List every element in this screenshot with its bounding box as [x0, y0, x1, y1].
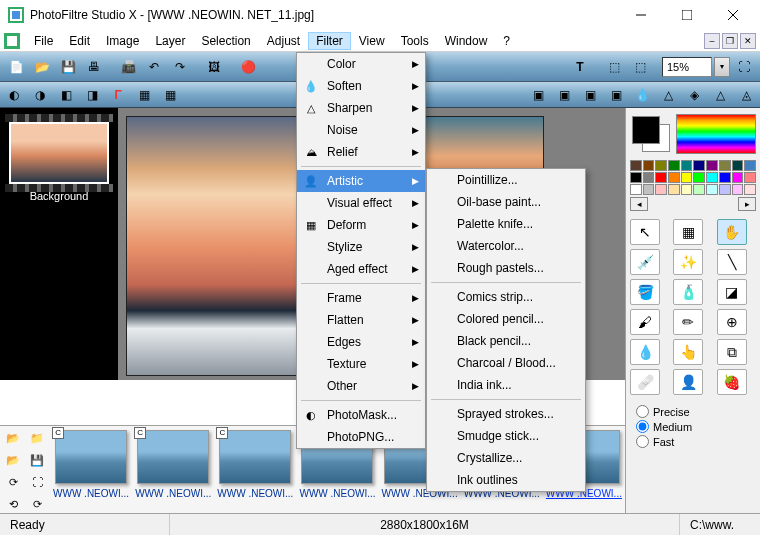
hand-tool[interactable]: ✋	[717, 219, 747, 245]
palette-swatch[interactable]	[732, 172, 744, 183]
artistic-menu-black-pencil-[interactable]: Black pencil...	[427, 330, 585, 352]
maximize-button[interactable]	[664, 0, 710, 30]
menu-tools[interactable]: Tools	[393, 32, 437, 50]
color-spectrum[interactable]	[676, 114, 756, 154]
palette-swatch[interactable]	[630, 172, 642, 183]
pointer-tool[interactable]: ↖	[630, 219, 660, 245]
palette-swatch[interactable]	[655, 172, 667, 183]
artistic-menu-pointillize-[interactable]: Pointillize...	[427, 169, 585, 191]
palette-swatch[interactable]	[668, 160, 680, 171]
filter-menu-deform[interactable]: ▦Deform▶	[297, 214, 425, 236]
menu-image[interactable]: Image	[98, 32, 147, 50]
filter-menu-soften[interactable]: 💧Soften▶	[297, 75, 425, 97]
spray-tool[interactable]: 🧴	[673, 279, 703, 305]
menu-layer[interactable]: Layer	[147, 32, 193, 50]
palette-swatch[interactable]	[630, 160, 642, 171]
quality-option-medium[interactable]: Medium	[636, 420, 756, 433]
text-tool-button[interactable]: T	[568, 55, 592, 79]
artistic-menu-colored-pencil-[interactable]: Colored pencil...	[427, 308, 585, 330]
artistic-menu-charcoal-blood-[interactable]: Charcoal / Blood...	[427, 352, 585, 374]
filter-menu-relief[interactable]: ⛰Relief▶	[297, 141, 425, 163]
menu-filter[interactable]: Filter	[308, 32, 351, 50]
artistic-menu-crystallize-[interactable]: Crystallize...	[427, 447, 585, 469]
palette-swatch[interactable]	[719, 172, 731, 183]
blur-tool[interactable]: 💧	[630, 339, 660, 365]
palette-swatch[interactable]	[643, 184, 655, 195]
palette-swatch[interactable]	[719, 184, 731, 195]
zoom-field[interactable]: 15%	[662, 57, 712, 77]
tool2-gamma[interactable]: Γ	[108, 86, 128, 104]
scan-button[interactable]: 📠	[116, 55, 140, 79]
palette-swatch[interactable]	[643, 160, 655, 171]
thumb-tool-f[interactable]: ⛶	[26, 472, 48, 492]
palette-swatch[interactable]	[655, 160, 667, 171]
retouch-tool[interactable]: 🩹	[630, 369, 660, 395]
redo-button[interactable]: ↷	[168, 55, 192, 79]
thumb-tool-c[interactable]: 📂	[2, 450, 24, 470]
thumb-tool-b[interactable]: 📁	[26, 428, 48, 448]
mdi-close-button[interactable]: ✕	[740, 33, 756, 49]
palette-swatch[interactable]	[655, 184, 667, 195]
filter-menu-frame[interactable]: Frame▶	[297, 287, 425, 309]
tool2-j[interactable]: ▣	[606, 86, 626, 104]
fg-bg-swatches[interactable]	[630, 114, 672, 154]
menu-file[interactable]: File	[26, 32, 61, 50]
filter-menu-noise[interactable]: Noise▶	[297, 119, 425, 141]
artistic-menu-india-ink-[interactable]: India ink...	[427, 374, 585, 396]
filter-menu-photopng-[interactable]: PhotoPNG...	[297, 426, 425, 448]
palette-swatch[interactable]	[744, 184, 756, 195]
palette-swatch[interactable]	[732, 160, 744, 171]
art-tool[interactable]: 🍓	[717, 369, 747, 395]
palette-swatch[interactable]	[706, 160, 718, 171]
color-palette[interactable]	[630, 160, 756, 195]
filter-menu-flatten[interactable]: Flatten▶	[297, 309, 425, 331]
smudge-tool[interactable]: 👆	[673, 339, 703, 365]
menu-edit[interactable]: Edit	[61, 32, 98, 50]
mdi-restore-button[interactable]: ❐	[722, 33, 738, 49]
artistic-menu-rough-pastels-[interactable]: Rough pastels...	[427, 257, 585, 279]
thumb-tool-g[interactable]: ⟲	[2, 494, 24, 514]
artistic-menu-sprayed-strokes-[interactable]: Sprayed strokes...	[427, 403, 585, 425]
palette-swatch[interactable]	[719, 160, 731, 171]
fill-tool[interactable]: 🪣	[630, 279, 660, 305]
new-button[interactable]: 📄	[4, 55, 28, 79]
filter-menu-other[interactable]: Other▶	[297, 375, 425, 397]
quality-option-fast[interactable]: Fast	[636, 435, 756, 448]
tool2-m[interactable]: ◬	[736, 86, 756, 104]
stamp-tool[interactable]: ⊕	[717, 309, 747, 335]
palette-swatch[interactable]	[681, 184, 693, 195]
tool2-sharp[interactable]: △	[658, 86, 678, 104]
tool2-b[interactable]: ◑	[30, 86, 50, 104]
thumbnail-item[interactable]: CWWW .NEOWI...	[134, 430, 212, 513]
artistic-menu-ink-outlines[interactable]: Ink outlines	[427, 469, 585, 491]
tool2-g[interactable]: ▣	[528, 86, 548, 104]
palette-swatch[interactable]	[693, 172, 705, 183]
palette-swatch[interactable]	[693, 160, 705, 171]
thumb-tool-h[interactable]: ⟳	[26, 494, 48, 514]
filter-menu-color[interactable]: Color▶	[297, 53, 425, 75]
palette-swatch[interactable]	[643, 172, 655, 183]
opt2-button[interactable]: ⬚	[628, 55, 652, 79]
tool2-blur[interactable]: 💧	[632, 86, 652, 104]
layer-thumbnail[interactable]	[9, 122, 109, 184]
palette-swatch[interactable]	[681, 160, 693, 171]
artistic-menu-palette-knife-[interactable]: Palette knife...	[427, 213, 585, 235]
minimize-button[interactable]	[618, 0, 664, 30]
line-tool[interactable]: ╲	[717, 249, 747, 275]
artistic-menu-comics-strip-[interactable]: Comics strip...	[427, 286, 585, 308]
brush-tool[interactable]: 🖌	[630, 309, 660, 335]
tool2-f[interactable]: ▦	[160, 86, 180, 104]
portrait-tool[interactable]: 👤	[673, 369, 703, 395]
pencil-tool[interactable]: ✏	[673, 309, 703, 335]
menu-help[interactable]: ?	[495, 32, 518, 50]
palette-swatch[interactable]	[706, 172, 718, 183]
palette-swatch[interactable]	[668, 184, 680, 195]
tool2-k[interactable]: ◈	[684, 86, 704, 104]
thumbnail-item[interactable]: CWWW .NEOWI...	[216, 430, 294, 513]
tool2-c[interactable]: ◧	[56, 86, 76, 104]
clone-tool[interactable]: ⧉	[717, 339, 747, 365]
tool2-h[interactable]: ▣	[554, 86, 574, 104]
open-button[interactable]: 📂	[30, 55, 54, 79]
palette-swatch[interactable]	[693, 184, 705, 195]
quality-option-precise[interactable]: Precise	[636, 405, 756, 418]
